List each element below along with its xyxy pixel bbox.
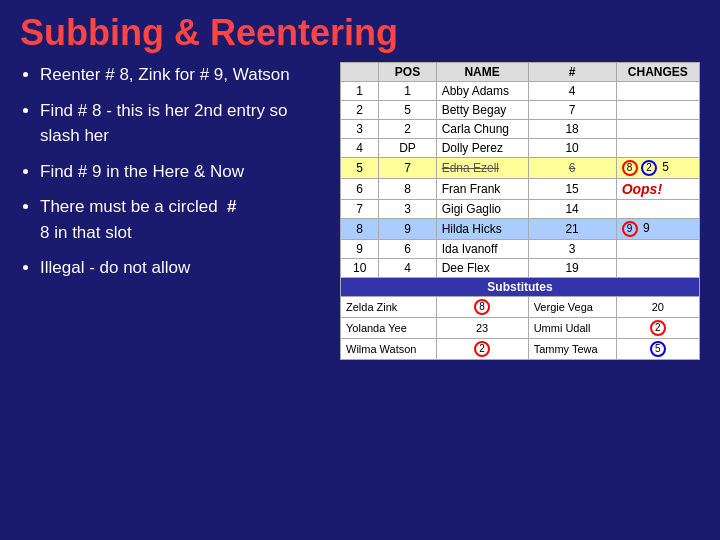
- row-pos: 3: [379, 200, 436, 219]
- sub-num2: 20: [616, 297, 699, 318]
- row-num: 6: [341, 179, 379, 200]
- table-row: 1 1 Abby Adams 4: [341, 82, 700, 101]
- row-name: Carla Chung: [436, 120, 528, 139]
- row-changes: [616, 259, 699, 278]
- row-name: Edna Ezell: [436, 158, 528, 179]
- bullet-4: There must be a circled #8 in that slot: [40, 194, 320, 245]
- row-num: 3: [341, 120, 379, 139]
- sub-name2: Vergie Vega: [528, 297, 616, 318]
- row-pos: 1: [379, 82, 436, 101]
- row-num: 2: [341, 101, 379, 120]
- table-row: 6 8 Fran Frank 15 Oops!: [341, 179, 700, 200]
- row-name: Ida Ivanoff: [436, 240, 528, 259]
- row-pos: 8: [379, 179, 436, 200]
- circled-8: 8: [622, 160, 638, 176]
- row-name: Gigi Gaglio: [436, 200, 528, 219]
- sub-num1: 2: [436, 339, 528, 360]
- bullet-2: Find # 8 - this is her 2nd entry so slas…: [40, 98, 320, 149]
- substitutes-header-row: Substitutes: [341, 278, 700, 297]
- col-name: NAME: [436, 63, 528, 82]
- row-pos: 2: [379, 120, 436, 139]
- sub-num2: 2: [616, 318, 699, 339]
- col-pos: POS: [379, 63, 436, 82]
- sub-name1: Zelda Zink: [341, 297, 437, 318]
- col-changes: CHANGES: [616, 63, 699, 82]
- bullet-list: Reenter # 8, Zink for # 9, Watson Find #…: [20, 62, 320, 360]
- row-pos: DP: [379, 139, 436, 158]
- row-pos: 5: [379, 101, 436, 120]
- row-changes: [616, 200, 699, 219]
- table-row: 4 DP Dolly Perez 10: [341, 139, 700, 158]
- sub-num1: 23: [436, 318, 528, 339]
- row-num: 8: [341, 219, 379, 240]
- row-changes: [616, 240, 699, 259]
- row-changes: 8 2 5: [616, 158, 699, 179]
- row-jersey: 19: [528, 259, 616, 278]
- row-changes: Oops!: [616, 179, 699, 200]
- bullet-3: Find # 9 in the Here & Now: [40, 159, 320, 185]
- row-num: 7: [341, 200, 379, 219]
- row-changes: [616, 139, 699, 158]
- bullet-5: Illegal - do not allow: [40, 255, 320, 281]
- row-pos: 9: [379, 219, 436, 240]
- change-num: 9: [643, 221, 650, 235]
- row-name: Fran Frank: [436, 179, 528, 200]
- circled-9: 9: [622, 221, 638, 237]
- row-num: 1: [341, 82, 379, 101]
- sub-name2: Ummi Udall: [528, 318, 616, 339]
- circled-sub-2: 2: [650, 320, 666, 336]
- circled-sub-8: 8: [474, 299, 490, 315]
- row-name: Betty Begay: [436, 101, 528, 120]
- row-changes: 9 9: [616, 219, 699, 240]
- circled-2: 2: [641, 160, 657, 176]
- change-num: 5: [662, 160, 669, 174]
- row-jersey: 7: [528, 101, 616, 120]
- row-jersey: 18: [528, 120, 616, 139]
- substitute-row: Yolanda Yee 23 Ummi Udall 2: [341, 318, 700, 339]
- sub-name1: Wilma Watson: [341, 339, 437, 360]
- row-num: 4: [341, 139, 379, 158]
- roster-table-section: POS NAME # CHANGES 1 1 Abby Adams 4 2: [340, 62, 700, 360]
- row-num: 5: [341, 158, 379, 179]
- row-num: 10: [341, 259, 379, 278]
- row-jersey: 10: [528, 139, 616, 158]
- row-jersey: 3: [528, 240, 616, 259]
- row-jersey: 15: [528, 179, 616, 200]
- substitute-row: Zelda Zink 8 Vergie Vega 20: [341, 297, 700, 318]
- row-num: 9: [341, 240, 379, 259]
- table-row: 2 5 Betty Begay 7: [341, 101, 700, 120]
- row-pos: 6: [379, 240, 436, 259]
- substitutes-header: Substitutes: [341, 278, 700, 297]
- table-row: 7 3 Gigi Gaglio 14: [341, 200, 700, 219]
- sub-num1: 8: [436, 297, 528, 318]
- table-row: 5 7 Edna Ezell 6 8 2 5: [341, 158, 700, 179]
- row-changes: [616, 120, 699, 139]
- bullet-1: Reenter # 8, Zink for # 9, Watson: [40, 62, 320, 88]
- circled-sub-5: 5: [650, 341, 666, 357]
- page-title: Subbing & Reentering: [0, 0, 720, 62]
- row-jersey: 6: [528, 158, 616, 179]
- table-row: 9 6 Ida Ivanoff 3: [341, 240, 700, 259]
- row-changes: [616, 101, 699, 120]
- row-pos: 7: [379, 158, 436, 179]
- table-row: 8 9 Hilda Hicks 21 9 9: [341, 219, 700, 240]
- sub-num2: 5: [616, 339, 699, 360]
- table-row: 10 4 Dee Flex 19: [341, 259, 700, 278]
- substitute-row: Wilma Watson 2 Tammy Tewa 5: [341, 339, 700, 360]
- row-changes: [616, 82, 699, 101]
- row-jersey: 21: [528, 219, 616, 240]
- row-jersey: 4: [528, 82, 616, 101]
- row-name: Abby Adams: [436, 82, 528, 101]
- sub-name1: Yolanda Yee: [341, 318, 437, 339]
- row-name: Dee Flex: [436, 259, 528, 278]
- sub-name2: Tammy Tewa: [528, 339, 616, 360]
- row-name: Dolly Perez: [436, 139, 528, 158]
- col-row: [341, 63, 379, 82]
- row-jersey: 14: [528, 200, 616, 219]
- row-name: Hilda Hicks: [436, 219, 528, 240]
- roster-table: POS NAME # CHANGES 1 1 Abby Adams 4 2: [340, 62, 700, 360]
- table-row: 3 2 Carla Chung 18: [341, 120, 700, 139]
- col-num: #: [528, 63, 616, 82]
- row-pos: 4: [379, 259, 436, 278]
- circled-sub-watson: 2: [474, 341, 490, 357]
